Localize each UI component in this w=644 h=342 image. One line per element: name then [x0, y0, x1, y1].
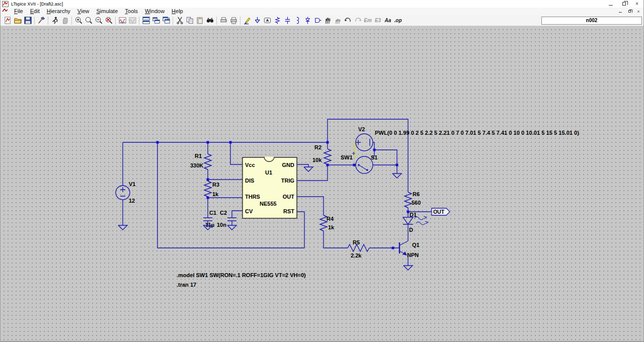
place-component-button[interactable] — [312, 16, 323, 26]
menu-view[interactable]: View — [74, 8, 93, 15]
zoom-in-button[interactable] — [73, 16, 84, 26]
child-minimize-button[interactable] — [616, 9, 624, 15]
zoom-full-button[interactable] — [104, 16, 114, 26]
switch-S1[interactable]: SW1 S1 — [341, 152, 377, 174]
draw-wire-button[interactable] — [242, 16, 252, 26]
save-button[interactable] — [23, 16, 33, 26]
undo-button[interactable] — [343, 16, 353, 26]
zoom-out-button[interactable] — [94, 16, 104, 26]
zoom-extents-button[interactable] — [84, 16, 94, 26]
mirror-button[interactable]: Em — [363, 16, 373, 26]
menu-edit[interactable]: Edit — [27, 8, 43, 15]
menu-window[interactable]: Window — [141, 8, 168, 15]
move-button[interactable] — [323, 16, 333, 26]
spice-directive-model[interactable]: .model SW1 SW(RON=.1 ROFF=1GIG VT=2 VH=0… — [177, 272, 306, 278]
cut-button[interactable] — [175, 16, 185, 26]
paste-icon — [196, 16, 204, 25]
child-close-button[interactable]: × — [634, 9, 642, 15]
wire[interactable] — [297, 164, 308, 167]
resistor-R5[interactable]: R5 2.2k — [348, 239, 369, 259]
control-panel-button[interactable] — [36, 16, 46, 26]
ground-symbol[interactable] — [118, 225, 127, 230]
spice-directive-button[interactable]: .op — [393, 16, 403, 26]
inductor-icon — [293, 16, 302, 25]
text-button[interactable]: Aa — [383, 16, 393, 26]
component-name: V1 — [129, 181, 135, 187]
drag-button[interactable] — [333, 16, 343, 26]
resistor-R4[interactable]: R4 1k — [320, 215, 335, 231]
place-inductor-button[interactable] — [292, 16, 302, 26]
place-capacitor-button[interactable] — [282, 16, 292, 26]
save-icon — [24, 16, 32, 25]
toolbar-separator — [240, 17, 240, 25]
waveform-icon — [118, 16, 127, 25]
wire[interactable] — [373, 165, 397, 174]
copy-button[interactable] — [185, 16, 195, 26]
menu-simulate[interactable]: Simulate — [93, 8, 121, 15]
rotate-button[interactable]: E3 — [373, 16, 383, 26]
paste-button[interactable] — [195, 16, 205, 26]
net-flag-OUT[interactable]: OUT — [432, 208, 450, 215]
minimize-button[interactable] — [604, 0, 617, 8]
wire[interactable] — [408, 208, 431, 212]
restore-button[interactable] — [617, 0, 630, 8]
plot-settings-button[interactable] — [117, 16, 127, 26]
place-ground-button[interactable] — [252, 16, 262, 26]
place-resistor-button[interactable] — [272, 16, 282, 26]
toolbar: A Em E3 Aa .op n002 — [1, 15, 643, 26]
resistor-R2[interactable]: R2 10k — [312, 144, 331, 165]
print-button[interactable] — [228, 16, 238, 26]
print-setup-button[interactable] — [218, 16, 228, 26]
redo-icon — [354, 16, 362, 25]
ground-symbol[interactable] — [304, 167, 313, 172]
close-button[interactable]: × — [630, 0, 643, 8]
component-name: R4 — [327, 216, 334, 222]
tile-vertical-button[interactable] — [141, 16, 151, 26]
component-name: R3 — [212, 182, 219, 188]
find-button[interactable] — [205, 16, 215, 26]
transistor-Q1[interactable]: Q1 NPN — [399, 241, 420, 258]
spice-directive-tran[interactable]: .tran 17 — [177, 282, 196, 288]
zoom-full-icon — [105, 16, 113, 25]
child-restore-button[interactable] — [625, 9, 633, 15]
cascade-button[interactable] — [161, 16, 171, 26]
voltage-source-V2[interactable]: V2 — [356, 126, 373, 151]
net-label-icon: A — [263, 16, 272, 25]
halt-button[interactable] — [60, 16, 70, 26]
open-button[interactable] — [13, 16, 23, 26]
ground-icon — [253, 16, 262, 25]
component-name: R6 — [413, 191, 420, 197]
cascade-icon — [162, 16, 171, 25]
place-label-button[interactable]: A — [262, 16, 272, 26]
ground-symbol[interactable] — [392, 174, 401, 178]
halt-hand-icon — [61, 16, 69, 25]
wire[interactable] — [230, 142, 243, 164]
menu-file[interactable]: File — [11, 8, 27, 15]
ground-symbol[interactable] — [404, 266, 413, 270]
menu-hierarchy[interactable]: Hierarchy — [43, 8, 74, 15]
move-hand-icon — [324, 16, 332, 25]
pin-label: THRS — [245, 194, 260, 200]
schematic-canvas[interactable]: V1 12 R1 330K R3 1k C1 11µ — [1, 26, 644, 341]
resistor-R1[interactable]: R1 330K — [190, 153, 211, 169]
tile-vertical-icon — [142, 16, 150, 25]
redo-button[interactable] — [353, 16, 363, 26]
run-button[interactable] — [50, 16, 60, 26]
place-diode-button[interactable] — [302, 16, 312, 26]
ic-U1-NE555[interactable]: Vcc DIS THRS CV GND TRIG OUT RST U1 NE55… — [243, 157, 297, 218]
resistor-R3[interactable]: R3 1k — [204, 181, 219, 197]
print-setup-icon — [219, 16, 228, 25]
menu-help[interactable]: Help — [168, 8, 187, 15]
autorange-button[interactable] — [127, 16, 137, 26]
menu-tools[interactable]: Tools — [121, 8, 141, 15]
tile-horizontal-icon — [152, 16, 160, 25]
resistor-R6[interactable]: R6 560 — [405, 191, 421, 208]
switch-model-label: SW1 — [341, 154, 353, 160]
schematic-doc-icon[interactable] — [2, 9, 9, 15]
ground-symbol[interactable] — [227, 225, 236, 230]
led-D1[interactable]: D1 D — [403, 212, 428, 233]
new-schematic-button[interactable] — [3, 16, 13, 26]
voltage-source-V1[interactable]: V1 12 — [116, 181, 135, 204]
tile-horizontal-button[interactable] — [151, 16, 161, 26]
wire[interactable] — [374, 150, 397, 165]
